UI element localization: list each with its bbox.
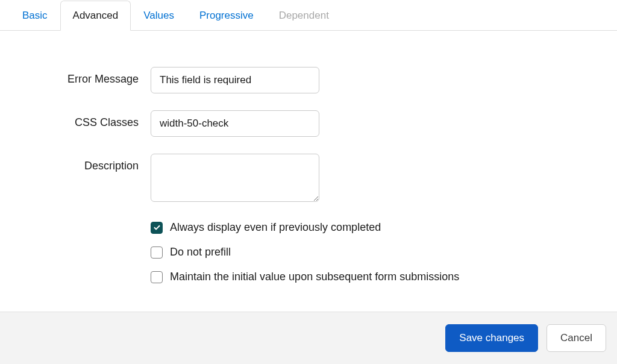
label-error-message: Error Message	[12, 67, 151, 86]
input-description[interactable]	[151, 154, 319, 202]
input-error-message[interactable]	[151, 67, 319, 93]
label-description: Description	[12, 154, 151, 172]
checkbox-row-maintain-initial: Maintain the initial value upon subseque…	[12, 271, 605, 283]
row-css-classes: CSS Classes	[12, 110, 605, 137]
label-css-classes: CSS Classes	[12, 110, 151, 129]
checkbox-label-maintain-initial[interactable]: Maintain the initial value upon subseque…	[170, 271, 459, 283]
cancel-button[interactable]: Cancel	[547, 324, 606, 352]
tab-advanced[interactable]: Advanced	[60, 1, 131, 31]
tab-basic[interactable]: Basic	[10, 1, 60, 31]
checkbox-always-display[interactable]	[151, 222, 163, 234]
input-css-classes[interactable]	[151, 110, 319, 137]
checkbox-maintain-initial[interactable]	[151, 271, 163, 283]
save-button[interactable]: Save changes	[445, 324, 538, 352]
footer-bar: Save changes Cancel	[0, 312, 617, 364]
tab-dependent: Dependent	[266, 1, 342, 31]
check-icon	[153, 224, 161, 231]
tab-progressive[interactable]: Progressive	[187, 1, 266, 31]
checkbox-row-always-display: Always display even if previously comple…	[12, 221, 605, 234]
row-description: Description	[12, 154, 605, 204]
checkbox-label-always-display[interactable]: Always display even if previously comple…	[170, 221, 381, 234]
checkbox-label-do-not-prefill[interactable]: Do not prefill	[170, 246, 231, 259]
checkbox-row-do-not-prefill: Do not prefill	[12, 246, 605, 259]
tab-bar: Basic Advanced Values Progressive Depend…	[0, 0, 617, 31]
checkbox-do-not-prefill[interactable]	[151, 246, 163, 259]
form-panel: Error Message CSS Classes Description Al…	[0, 31, 617, 307]
tab-values[interactable]: Values	[131, 1, 187, 31]
row-error-message: Error Message	[12, 67, 605, 93]
